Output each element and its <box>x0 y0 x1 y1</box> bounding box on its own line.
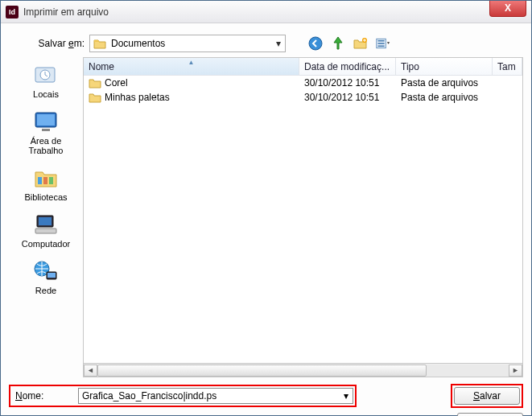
place-label: Computador <box>22 239 71 249</box>
svg-rect-10 <box>42 129 50 131</box>
sort-asc-icon: ▲ <box>188 59 195 66</box>
svg-rect-12 <box>43 177 47 184</box>
folder-icon <box>93 38 106 49</box>
scroll-thumb[interactable] <box>97 365 427 377</box>
recent-icon <box>31 62 60 88</box>
libraries-icon <box>31 165 60 191</box>
body: Locais Área de Trabalho Bibliotecas Comp… <box>9 57 523 377</box>
svg-rect-4 <box>377 43 384 44</box>
folder-icon <box>89 92 101 103</box>
horizontal-scrollbar[interactable]: ◄ ► <box>83 364 523 377</box>
filename-highlight: Nome: ▾ <box>9 385 357 407</box>
place-desktop[interactable]: Área de Trabalho <box>14 109 78 155</box>
save-button[interactable]: Salvar <box>454 387 520 405</box>
close-button[interactable]: X <box>489 1 526 17</box>
filename-combo[interactable]: ▾ <box>78 388 353 404</box>
svg-rect-11 <box>38 177 42 184</box>
svg-rect-5 <box>377 45 384 47</box>
filename-label: Nome: <box>12 390 78 402</box>
chevron-down-icon[interactable]: ▾ <box>340 390 353 402</box>
save-in-label: Salvar em: <box>28 38 85 49</box>
nav-icons <box>308 36 390 51</box>
client-area: Salvar em: Documentos ▾ <box>1 23 531 415</box>
new-folder-icon[interactable] <box>353 36 368 51</box>
place-label: Rede <box>35 286 56 295</box>
save-highlight: Salvar <box>451 384 523 408</box>
svg-rect-16 <box>35 229 56 233</box>
file-date: 30/10/2012 10:51 <box>299 92 396 103</box>
location-combo[interactable]: Documentos ▾ <box>89 35 286 52</box>
save-dialog: Id Imprimir em arquivo X Salvar em: Docu… <box>0 0 532 416</box>
table-row[interactable]: Corel 30/10/2012 10:51 Pasta de arquivos <box>84 76 522 90</box>
up-icon[interactable] <box>331 36 345 51</box>
chevron-down-icon: ▾ <box>272 38 285 49</box>
place-label: Área de Trabalho <box>14 136 78 155</box>
location-row: Salvar em: Documentos ▾ <box>28 35 523 52</box>
file-list[interactable]: Nome ▲ Data de modificaç... Tipo Tam Cor… <box>83 57 523 364</box>
filename-input[interactable] <box>79 390 340 402</box>
window-title: Imprimir em arquivo <box>23 6 109 18</box>
svg-rect-13 <box>49 177 53 184</box>
view-menu-icon[interactable] <box>376 36 390 51</box>
scroll-left-icon[interactable]: ◄ <box>84 365 97 377</box>
column-type[interactable]: Tipo <box>396 58 493 75</box>
app-icon: Id <box>6 6 19 19</box>
svg-rect-3 <box>377 40 384 42</box>
cancel-button[interactable]: Cancelar <box>457 413 523 416</box>
place-label: Locais <box>33 89 59 99</box>
titlebar: Id Imprimir em arquivo X <box>1 1 531 23</box>
folder-icon <box>89 77 101 89</box>
place-computer[interactable]: Computador <box>14 212 78 249</box>
table-row[interactable]: Minhas paletas 30/10/2012 10:51 Pasta de… <box>84 90 522 105</box>
network-icon <box>31 258 60 284</box>
place-recent[interactable]: Locais <box>14 62 78 99</box>
place-network[interactable]: Rede <box>14 258 78 295</box>
column-date[interactable]: Data de modificaç... <box>299 58 396 75</box>
place-libraries[interactable]: Bibliotecas <box>14 165 78 202</box>
file-type: Pasta de arquivos <box>396 77 493 89</box>
bottom-form: Nome: ▾ Salvar Cancelar <box>9 384 523 416</box>
places-bar: Locais Área de Trabalho Bibliotecas Comp… <box>9 57 83 377</box>
location-text: Documentos <box>109 38 272 49</box>
desktop-icon <box>31 109 60 134</box>
file-type: Pasta de arquivos <box>396 92 493 103</box>
column-size[interactable]: Tam <box>493 58 522 75</box>
list-wrap: Nome ▲ Data de modificaç... Tipo Tam Cor… <box>83 57 523 377</box>
svg-rect-19 <box>47 273 56 278</box>
file-name: Minhas paletas <box>105 92 170 103</box>
file-rows: Corel 30/10/2012 10:51 Pasta de arquivos… <box>84 76 522 105</box>
place-label: Bibliotecas <box>24 192 67 202</box>
computer-icon <box>31 212 60 237</box>
file-name: Corel <box>105 77 128 89</box>
svg-rect-15 <box>39 217 52 225</box>
column-headers: Nome ▲ Data de modificaç... Tipo Tam <box>84 58 522 76</box>
column-name[interactable]: Nome ▲ <box>84 58 299 75</box>
scroll-right-icon[interactable]: ► <box>509 365 522 377</box>
svg-point-0 <box>309 37 322 50</box>
scroll-track[interactable] <box>97 365 509 377</box>
back-icon[interactable] <box>308 36 323 51</box>
svg-rect-9 <box>37 114 55 126</box>
file-date: 30/10/2012 10:51 <box>299 77 396 89</box>
